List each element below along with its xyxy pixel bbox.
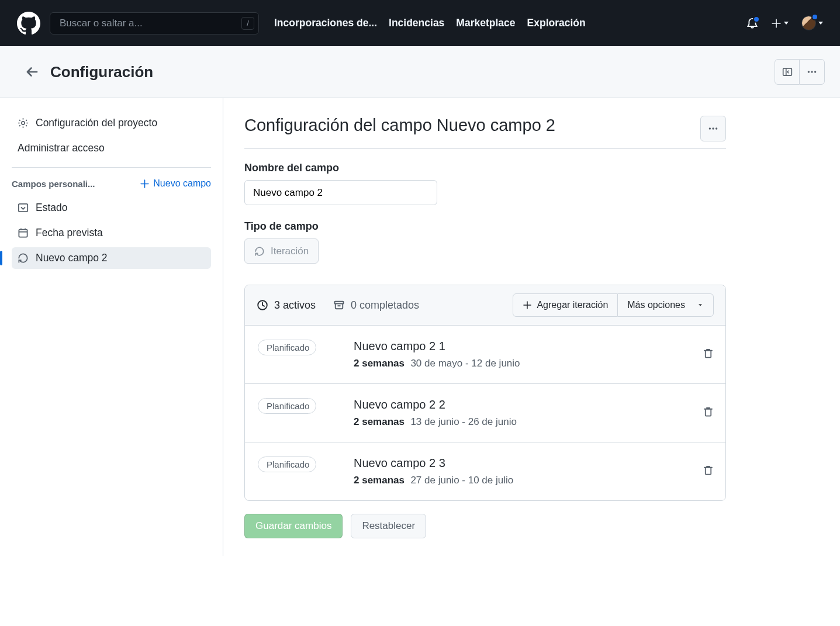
back-arrow-icon[interactable] xyxy=(25,64,40,79)
plus-icon xyxy=(523,300,532,310)
delete-iteration-button[interactable] xyxy=(703,465,714,476)
iterations-box: 3 activos 0 completados Agregar iteració… xyxy=(244,285,726,501)
sidebar-item-label: Fecha prevista xyxy=(36,227,103,239)
chevron-down-icon xyxy=(697,302,704,309)
field-more-menu[interactable] xyxy=(700,116,726,141)
delete-iteration-button[interactable] xyxy=(703,348,714,359)
sidebar-field-fecha[interactable]: Fecha prevista xyxy=(12,222,211,244)
iteration-row: Planificado Nuevo campo 2 3 2 semanas 27… xyxy=(245,442,725,500)
status-pill: Planificado xyxy=(258,398,316,414)
notification-dot xyxy=(753,16,760,23)
github-logo-icon[interactable] xyxy=(17,12,40,35)
svg-point-2 xyxy=(808,71,810,72)
iteration-icon xyxy=(254,246,265,257)
iteration-row: Planificado Nuevo campo 2 1 2 semanas 30… xyxy=(245,326,725,384)
tab-completed[interactable]: 0 completados xyxy=(333,299,419,312)
archive-icon xyxy=(333,299,345,311)
create-new-dropdown[interactable] xyxy=(771,18,789,29)
svg-point-11 xyxy=(709,127,711,129)
button-label: Agregar iteración xyxy=(537,300,608,310)
settings-sidebar: Configuración del proyecto Administrar a… xyxy=(0,98,223,556)
save-button[interactable]: Guardar cambios xyxy=(244,514,343,538)
sidebar-field-estado[interactable]: Estado xyxy=(12,197,211,219)
calendar-icon xyxy=(18,227,29,238)
primary-nav: Incorporaciones de... Incidencias Market… xyxy=(274,17,586,29)
svg-point-12 xyxy=(712,127,714,129)
more-options-dropdown[interactable]: Más opciones xyxy=(618,293,714,317)
search-input[interactable] xyxy=(50,12,259,34)
field-type-label: Tipo de campo xyxy=(244,220,726,233)
sidebar-item-label: Configuración del proyecto xyxy=(36,117,157,129)
delete-iteration-button[interactable] xyxy=(703,406,714,417)
sidebar-item-manage-access[interactable]: Administrar acceso xyxy=(12,137,211,159)
iteration-title[interactable]: Nuevo campo 2 2 xyxy=(354,398,689,411)
svg-point-5 xyxy=(22,122,25,124)
more-menu-button[interactable] xyxy=(800,59,825,85)
new-field-button[interactable]: Nuevo campo xyxy=(140,178,211,189)
status-pill: Planificado xyxy=(258,340,316,355)
iteration-range: 30 de mayo - 12 de junio xyxy=(410,358,520,369)
search-container: / xyxy=(50,12,259,34)
nav-pulls[interactable]: Incorporaciones de... xyxy=(274,17,377,29)
nav-issues[interactable]: Incidencias xyxy=(389,17,444,29)
tab-active[interactable]: 3 activos xyxy=(257,299,316,312)
page-subheader: Configuración xyxy=(0,46,840,98)
reset-button[interactable]: Restablecer xyxy=(351,514,426,538)
footer-actions: Guardar cambios Restablecer xyxy=(244,514,726,538)
iteration-title[interactable]: Nuevo campo 2 1 xyxy=(354,340,689,353)
single-select-icon xyxy=(18,202,29,213)
field-name-input[interactable] xyxy=(244,180,437,205)
slash-key-hint: / xyxy=(241,17,254,30)
nav-marketplace[interactable]: Marketplace xyxy=(456,17,515,29)
svg-point-13 xyxy=(715,127,717,129)
field-type-value: Iteración xyxy=(271,245,309,257)
svg-rect-6 xyxy=(19,204,27,212)
main-content: Configuración del campo Nuevo campo 2 No… xyxy=(223,98,738,556)
tab-label: 3 activos xyxy=(274,299,316,312)
new-field-label: Nuevo campo xyxy=(153,178,211,189)
field-type-chip: Iteración xyxy=(244,238,319,264)
notifications-icon[interactable] xyxy=(746,18,758,29)
iteration-actions: Agregar iteración Más opciones xyxy=(513,293,714,317)
nav-explore[interactable]: Exploración xyxy=(527,17,586,29)
user-menu[interactable] xyxy=(801,16,823,30)
iteration-range: 13 de junio - 26 de junio xyxy=(410,416,516,427)
sidebar-item-label: Administrar acceso xyxy=(18,142,105,154)
iterations-header: 3 activos 0 completados Agregar iteració… xyxy=(245,285,725,326)
iteration-duration: 2 semanas xyxy=(354,416,405,427)
sidebar-item-project-settings[interactable]: Configuración del proyecto xyxy=(12,112,211,134)
global-header: / Incorporaciones de... Incidencias Mark… xyxy=(0,0,840,46)
svg-point-3 xyxy=(811,71,813,72)
sidebar-divider xyxy=(12,167,211,168)
svg-point-4 xyxy=(814,71,816,72)
iteration-duration: 2 semanas xyxy=(354,358,405,369)
iteration-range: 27 de junio - 10 de julio xyxy=(410,475,513,486)
toggle-sidebar-button[interactable] xyxy=(775,59,800,85)
sidebar-field-nuevo-campo-2[interactable]: Nuevo campo 2 xyxy=(12,247,211,269)
add-iteration-button[interactable]: Agregar iteración xyxy=(513,293,618,317)
custom-fields-label: Campos personali... xyxy=(12,179,95,189)
iteration-icon xyxy=(18,253,29,264)
avatar-status-dot xyxy=(811,13,818,20)
iteration-row: Planificado Nuevo campo 2 2 2 semanas 13… xyxy=(245,384,725,442)
sidebar-section-header: Campos personali... Nuevo campo xyxy=(12,178,211,189)
sidebar-item-label: Nuevo campo 2 xyxy=(36,252,108,264)
sidebar-item-label: Estado xyxy=(36,202,67,214)
button-label: Más opciones xyxy=(627,300,685,310)
tab-label: 0 completados xyxy=(351,299,419,312)
page-title: Configuración xyxy=(50,63,153,81)
svg-rect-7 xyxy=(19,230,27,237)
clock-icon xyxy=(257,299,268,311)
iteration-duration: 2 semanas xyxy=(354,475,405,486)
field-settings-title: Configuración del campo Nuevo campo 2 xyxy=(244,116,700,135)
svg-rect-15 xyxy=(335,302,344,304)
header-right xyxy=(746,16,823,30)
plus-icon xyxy=(140,179,150,189)
iteration-title[interactable]: Nuevo campo 2 3 xyxy=(354,456,689,470)
status-pill: Planificado xyxy=(258,456,316,472)
field-name-label: Nombre del campo xyxy=(244,162,726,174)
gear-icon xyxy=(18,117,29,129)
